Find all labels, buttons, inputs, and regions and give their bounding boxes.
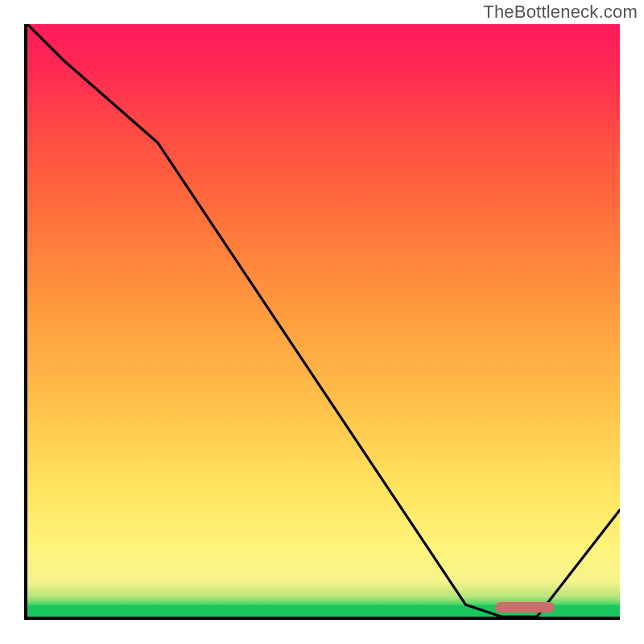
curve-layer [27, 24, 620, 617]
optimal-range-marker [495, 602, 555, 613]
watermark-text: TheBottleneck.com [483, 2, 638, 23]
x-axis [24, 617, 620, 620]
chart-stage: TheBottleneck.com [0, 0, 644, 644]
plot-area [27, 24, 620, 617]
bottleneck-curve [27, 24, 620, 617]
